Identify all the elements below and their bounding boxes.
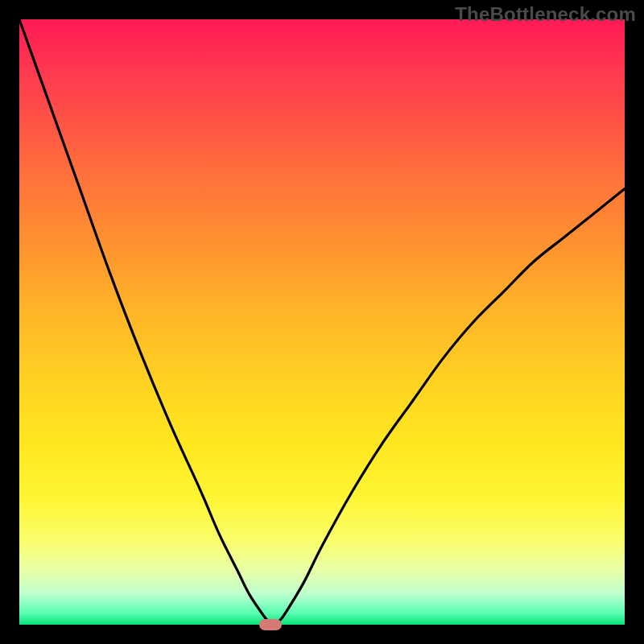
bottleneck-curve — [19, 19, 625, 625]
chart-plot-area — [19, 19, 625, 625]
optimal-point-marker — [259, 619, 282, 630]
watermark-text: TheBottleneck.com — [455, 3, 636, 26]
